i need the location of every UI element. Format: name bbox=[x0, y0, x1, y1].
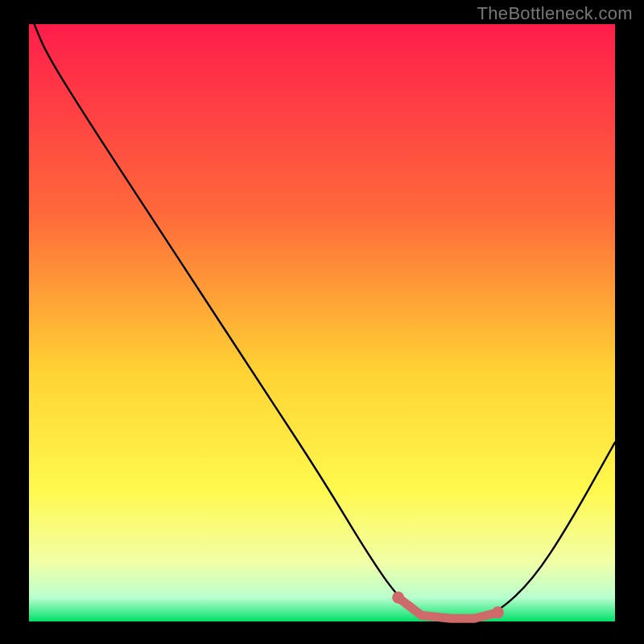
optimal-range-start bbox=[392, 592, 404, 604]
watermark-text: TheBottleneck.com bbox=[477, 3, 633, 24]
chart-svg bbox=[0, 0, 644, 644]
plot-background bbox=[29, 24, 615, 621]
optimal-range-end bbox=[492, 606, 504, 618]
chart-stage: { "watermark": "TheBottleneck.com", "col… bbox=[0, 0, 644, 644]
